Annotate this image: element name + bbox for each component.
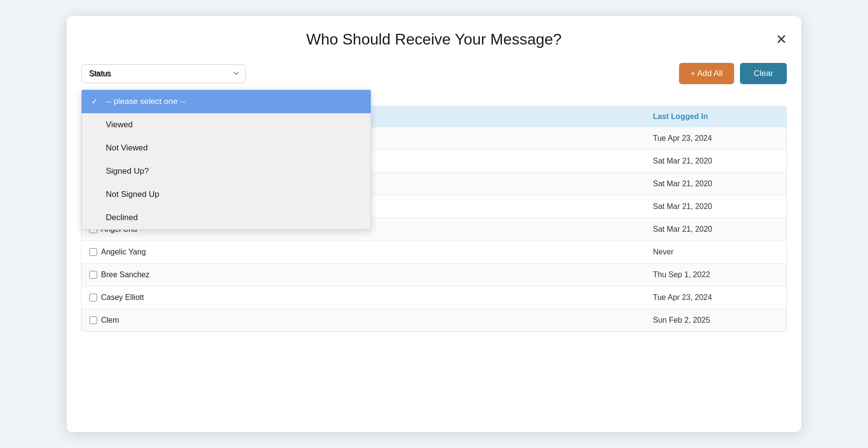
row-name-cell: Bree Sanchez [89,270,653,279]
dropdown-item-label: Declined [106,213,138,223]
dropdown-item-please-select[interactable]: ✓ -- please select one -- [82,90,371,113]
row-date-cell: Sat Mar 21, 2020 [653,157,779,165]
dropdown-item-viewed[interactable]: Viewed [82,113,371,136]
dropdown-item-signed-up[interactable]: Signed Up? [82,160,371,183]
row-name-text: Angelic Yang [101,248,146,256]
add-all-button[interactable]: + Add All [679,63,735,84]
table-row: Clem Sun Feb 2, 2025 [82,309,786,331]
close-button[interactable]: ✕ [776,33,787,46]
dropdown-item-label: Signed Up? [106,166,149,176]
table-row: Bree Sanchez Thu Sep 1, 2022 [82,263,786,286]
col-date-header[interactable]: Last Logged In [653,112,779,121]
row-date-cell: Sun Feb 2, 2025 [653,316,779,325]
dropdown-item-not-signed-up[interactable]: Not Signed Up [82,183,371,206]
dropdown-item-label: Viewed [106,120,132,130]
checkmark-icon: ✓ [91,97,101,106]
row-date-cell: Tue Apr 23, 2024 [653,134,779,143]
dropdown-item-label: -- please select one -- [106,97,185,106]
row-date-cell: Sat Mar 21, 2020 [653,225,779,234]
row-name-text: Clem [101,316,119,325]
row-name-cell: Angelic Yang [89,248,653,256]
row-date-cell: Sat Mar 21, 2020 [653,202,779,211]
col-date-label: Last Logged In [653,112,708,121]
row-checkbox[interactable] [89,271,97,279]
row-checkbox[interactable] [89,316,97,324]
status-dropdown: ✓ -- please select one -- Viewed Not Vie… [81,90,371,230]
modal-title: Who Should Receive Your Message? [306,30,562,48]
dropdown-item-label: Not Signed Up [106,190,159,199]
clear-button[interactable]: Clear [740,63,787,84]
table-row: Angelic Yang Never [82,240,786,263]
row-date-cell: Tue Apr 23, 2024 [653,293,779,302]
row-name-cell: Casey Elliott [89,293,653,302]
row-checkbox[interactable] [89,294,97,301]
dropdown-item-declined[interactable]: Declined [82,206,371,229]
row-date-cell: Never [653,248,779,256]
dropdown-item-not-viewed[interactable]: Not Viewed [82,136,371,160]
row-date-cell: Sat Mar 21, 2020 [653,179,779,188]
table-row: Casey Elliott Tue Apr 23, 2024 [82,286,786,309]
row-name-text: Casey Elliott [101,293,144,302]
row-name-cell: Clem [89,316,653,325]
row-name-text: Bree Sanchez [101,270,150,279]
row-date-cell: Thu Sep 1, 2022 [653,270,779,279]
toolbar: Status Status ✓ -- please select one -- … [81,63,787,84]
row-checkbox[interactable] [89,248,97,256]
dropdown-item-label: Not Viewed [106,143,148,153]
modal: Who Should Receive Your Message? ✕ Statu… [67,16,801,432]
modal-header: Who Should Receive Your Message? ✕ [81,30,787,48]
status-select[interactable]: Status [81,64,246,83]
